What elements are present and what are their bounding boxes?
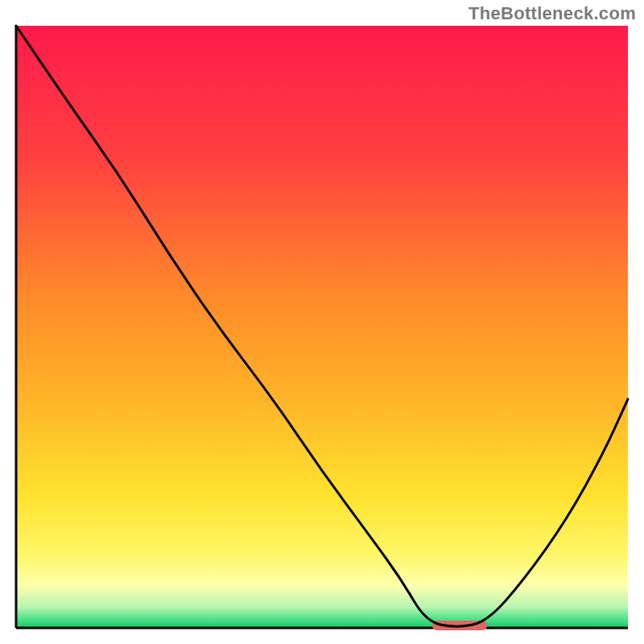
bottleneck-chart — [0, 0, 644, 644]
chart-stage: TheBottleneck.com — [0, 0, 644, 644]
plot-background — [16, 26, 628, 628]
